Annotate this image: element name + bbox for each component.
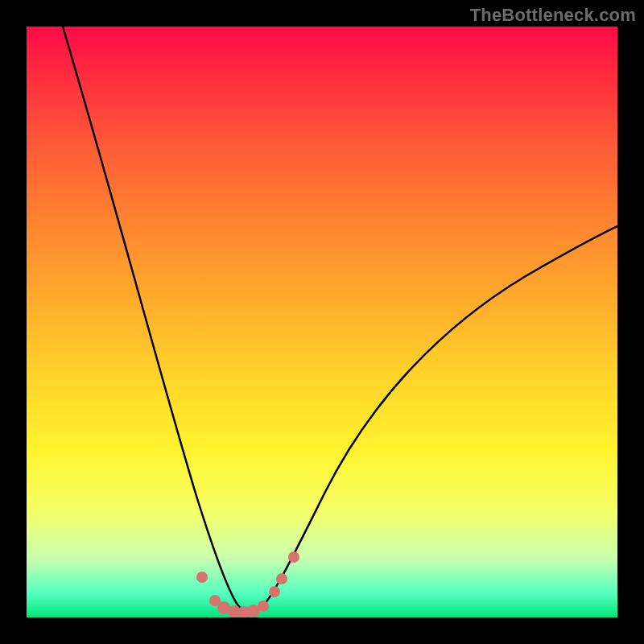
marker-dot bbox=[269, 586, 280, 597]
marker-dot bbox=[258, 601, 269, 612]
plot-area bbox=[27, 27, 617, 617]
marker-dot bbox=[196, 572, 208, 583]
marker-dot bbox=[288, 551, 299, 563]
marker-group bbox=[196, 551, 299, 617]
chart-frame: TheBottleneck.com bbox=[0, 0, 644, 644]
watermark-text: TheBottleneck.com bbox=[470, 5, 636, 26]
marker-dot bbox=[276, 573, 287, 584]
bottleneck-curve bbox=[63, 27, 617, 613]
chart-svg bbox=[27, 27, 617, 617]
